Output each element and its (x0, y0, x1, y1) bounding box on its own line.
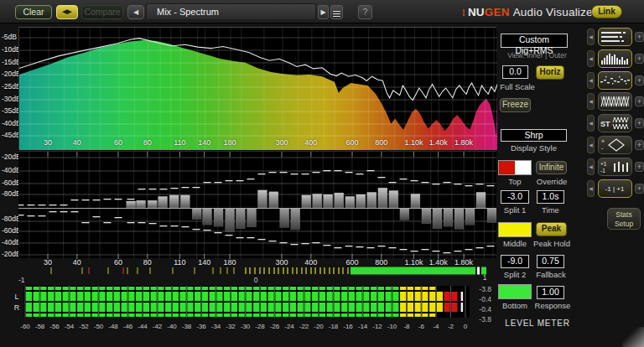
split2-value-box[interactable]: -9.0 (501, 255, 529, 268)
link-button[interactable]: Link (591, 5, 622, 18)
clear-button[interactable]: Clear (15, 5, 52, 19)
freq-tick-label: 1.10k (404, 138, 423, 147)
collapse-tab-spectrogram[interactable]: ◀ (587, 72, 595, 89)
freq-tick-label: 80 (143, 138, 152, 147)
meter-mode-select[interactable]: Custom Dig+RMS (501, 34, 568, 48)
display-style-label: Display Style (497, 143, 570, 153)
split-display[interactable] (18, 151, 496, 258)
meter-scale-label: -60 (20, 323, 30, 330)
override-button[interactable]: Infinite (536, 161, 567, 174)
fallback-value-box[interactable]: 0.75 (537, 255, 564, 268)
nugen-visualizer-window: Clear ◀▶ Compare ◀ Mix - Spectrum ▶ ? ⁞N… (0, 0, 644, 347)
meter-scale-label: -6 (418, 323, 425, 330)
meter-scale-label: -30 (241, 323, 251, 330)
time-label: Time (537, 205, 564, 215)
brand-gen: GEN (485, 6, 510, 18)
toolbar: Clear ◀▶ Compare ◀ Mix - Spectrum ▶ ? ⁞N… (0, 0, 644, 23)
add-view-button-vectorscope[interactable]: + (635, 140, 644, 150)
freq-tick-label: 110 (174, 258, 185, 267)
bottom-color-swatch[interactable] (498, 284, 532, 299)
view-button-stereo-waveform[interactable]: ST (598, 114, 632, 132)
freq-tick-label: 60 (114, 138, 122, 147)
meter-scale-label: -40 (167, 323, 177, 330)
ab-swap-button[interactable]: ◀▶ (56, 5, 78, 19)
view-button-vectorscope[interactable]: +- (598, 136, 632, 154)
brand-dots-icon: ⁞ (462, 8, 465, 18)
split1-value-box[interactable]: -3.0 (501, 190, 529, 204)
freq-tick-label: 600 (345, 258, 358, 267)
add-view-button-balance-meters[interactable]: + (635, 162, 644, 172)
freq-tick-label: 1.40k (429, 138, 448, 147)
view-button-waveform[interactable] (598, 92, 632, 111)
freq-tick-label: 40 (73, 138, 81, 147)
view-row-level-meters: ◀+ (587, 28, 644, 46)
previous-preset-button[interactable]: ◀ (127, 5, 144, 19)
spectrum-display[interactable] (18, 27, 496, 149)
response-value-box[interactable]: 1.00 (537, 286, 564, 299)
collapse-tab-vectorscope[interactable]: ◀ (587, 137, 595, 153)
view-button-level-meters[interactable] (598, 28, 632, 46)
compare-button[interactable]: Compare (81, 5, 123, 19)
meter-scale-label: -26 (270, 323, 280, 330)
view-mode-label[interactable]: View: Inner | Outer (497, 51, 577, 60)
meter-scale-label: -34 (211, 323, 221, 330)
collapse-tab-level-meters[interactable]: ◀ (587, 28, 595, 45)
meter-scale-label: -32 (226, 323, 236, 330)
view-button-correlation[interactable]: -1 | +1 (598, 179, 632, 198)
offset-value-box[interactable]: 0.0 (502, 65, 528, 79)
freq-tick-label: 180 (224, 138, 236, 147)
view-row-balance-meters: ◀+1-1+ (587, 158, 644, 176)
meter-scale-label: 0 (464, 323, 468, 330)
brand-rest: Audio Visualizer (513, 6, 597, 18)
meter-scale-label: -50 (94, 323, 104, 330)
preset-menu-button[interactable] (330, 5, 343, 19)
top-color-left (499, 161, 515, 174)
split-grid (18, 152, 496, 259)
collapse-tab-waveform[interactable]: ◀ (587, 93, 595, 110)
freq-tick-label: 400 (304, 138, 317, 147)
view-row-spectrum: ◀+ (587, 49, 644, 68)
meter-scale-label: -44 (138, 323, 148, 330)
view-button-spectrogram[interactable] (598, 71, 632, 90)
preset-display[interactable]: Mix - Spectrum (146, 3, 316, 20)
meter-scale-label: -46 (123, 323, 133, 330)
view-button-balance-meters[interactable]: +1-1 (598, 158, 632, 176)
collapse-tab-stereo-waveform[interactable]: ◀ (587, 115, 595, 132)
meter-scale-label: -54 (65, 323, 75, 330)
play-button[interactable]: ▶ (318, 5, 329, 19)
freq-tick-label: 600 (345, 138, 358, 147)
middle-color (499, 223, 531, 236)
meter-scale-label: -10 (387, 323, 397, 330)
add-view-button-stereo-waveform[interactable]: + (635, 118, 644, 128)
stats-setup-button[interactable]: Stats Setup (607, 208, 641, 230)
freeze-button[interactable]: Freeze (500, 98, 531, 112)
meter-scale-label: -24 (284, 323, 294, 330)
add-view-button-spectrum[interactable]: + (635, 54, 644, 64)
help-button[interactable]: ? (358, 5, 372, 19)
meter-peak-marker (461, 303, 464, 312)
view-button-spectrum[interactable] (598, 49, 632, 68)
svg-text:+1: +1 (600, 161, 607, 167)
middle-color-swatch[interactable] (498, 222, 532, 237)
meter-scale-label: -20 (314, 323, 324, 330)
add-view-button-waveform[interactable]: + (635, 96, 644, 106)
fallback-label: Fallback (531, 270, 571, 279)
stats-setup-line2: Setup (615, 220, 633, 228)
top-color-swatch[interactable] (498, 160, 532, 175)
meter-readout: -3.8 (479, 315, 491, 324)
meter-scale-label: -12 (372, 323, 382, 330)
peak-hold-button[interactable]: Peak (536, 222, 567, 236)
add-view-button-correlation[interactable]: + (635, 184, 644, 194)
display-style-select[interactable]: Shrp (501, 129, 567, 142)
add-view-button-spectrogram[interactable]: + (635, 75, 644, 85)
time-value-box[interactable]: 1.0s (537, 190, 564, 204)
collapse-tab-correlation[interactable]: ◀ (587, 180, 595, 197)
freq-tick-label: 300 (275, 258, 288, 267)
freq-tick-label: 30 (44, 138, 52, 147)
freq-tick-label: 140 (198, 258, 210, 267)
collapse-tab-balance-meters[interactable]: ◀ (587, 158, 595, 175)
collapse-tab-spectrum[interactable]: ◀ (587, 50, 595, 67)
add-view-button-level-meters[interactable]: + (635, 32, 644, 42)
meter-channel-label: R (14, 303, 20, 312)
horiz-button[interactable]: Horiz (536, 65, 564, 80)
